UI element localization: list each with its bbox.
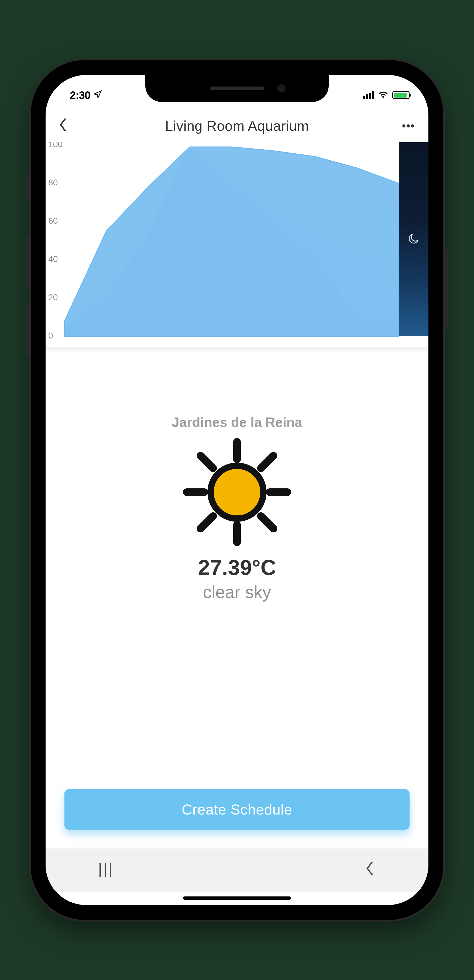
svg-text:60: 60	[48, 216, 58, 226]
system-nav-bar	[46, 848, 428, 892]
create-schedule-button[interactable]: Create Schedule	[64, 789, 410, 830]
svg-line-13	[201, 516, 213, 529]
wifi-icon	[378, 91, 388, 99]
phone-power-button	[443, 249, 448, 329]
svg-line-11	[261, 516, 274, 529]
schedule-chart[interactable]: 020406080100	[46, 142, 428, 347]
svg-point-14	[211, 466, 263, 519]
sun-icon	[169, 436, 305, 550]
nav-back-button[interactable]	[365, 861, 375, 880]
weather-location: Jardines de la Reina	[172, 415, 302, 430]
moon-icon	[407, 232, 420, 247]
svg-text:0: 0	[48, 331, 53, 340]
weather-block: Jardines de la Reina 27.3	[46, 415, 428, 602]
phone-mute-switch	[26, 173, 31, 200]
phone-frame: 2:30	[31, 60, 443, 920]
battery-icon	[392, 91, 410, 99]
svg-text:40: 40	[48, 254, 58, 264]
signal-icon	[363, 91, 374, 99]
svg-text:80: 80	[48, 178, 58, 187]
app-header: Living Room Aquarium •••	[46, 110, 428, 142]
home-indicator[interactable]	[183, 896, 291, 900]
notch	[145, 75, 329, 102]
page-title: Living Room Aquarium	[165, 118, 309, 134]
svg-line-12	[261, 456, 274, 468]
svg-line-10	[201, 456, 213, 468]
phone-volume-up	[26, 235, 31, 289]
chart-canvas: 020406080100	[46, 142, 428, 347]
location-arrow-icon	[93, 89, 102, 101]
weather-temperature: 27.39°C	[198, 555, 276, 580]
svg-text:20: 20	[48, 293, 58, 302]
night-mode-band[interactable]	[399, 142, 428, 336]
screen: 2:30	[46, 75, 428, 905]
svg-text:100: 100	[48, 142, 62, 149]
nav-recent-button[interactable]	[99, 863, 111, 877]
phone-volume-down	[26, 303, 31, 356]
weather-condition: clear sky	[203, 582, 271, 602]
front-camera	[278, 84, 286, 92]
more-options-button[interactable]: •••	[399, 120, 415, 132]
status-time: 2:30	[70, 89, 90, 101]
back-button[interactable]	[59, 117, 75, 135]
speaker-grill	[210, 86, 264, 90]
